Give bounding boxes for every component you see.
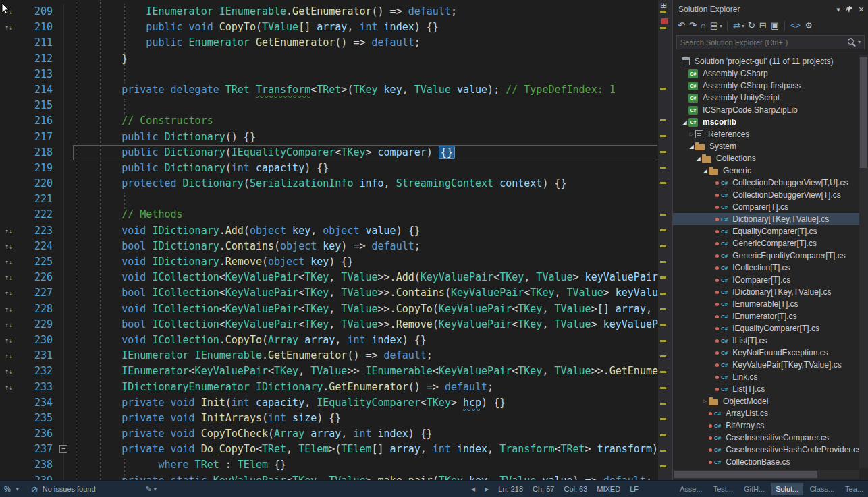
- reference-glyph-margin[interactable]: [0, 395, 20, 411]
- search-box[interactable]: ▾: [676, 35, 865, 49]
- line-number[interactable]: 227: [20, 285, 53, 301]
- expander-icon[interactable]: ◢: [701, 168, 709, 174]
- code-line[interactable]: 234private void Init(int capacity, IEqua…: [0, 395, 658, 411]
- split-window-grip-icon[interactable]: ⊞: [660, 1, 667, 10]
- document-health-error-icon[interactable]: [661, 18, 668, 24]
- outline-margin[interactable]: [53, 51, 73, 67]
- line-number[interactable]: 234: [20, 395, 53, 411]
- back-icon[interactable]: ↶: [678, 19, 685, 32]
- tree-item[interactable]: C#KeyNotFoundException.cs: [673, 347, 859, 359]
- line-number[interactable]: 212: [20, 51, 53, 67]
- line-number[interactable]: 226: [20, 270, 53, 285]
- tree-item[interactable]: C#Assembly-CSharp-firstpass: [673, 80, 859, 92]
- reference-glyph-margin[interactable]: ↑↓: [0, 301, 20, 317]
- tree-item[interactable]: C#IList[T].cs: [673, 334, 859, 347]
- close-icon[interactable]: ×: [859, 4, 864, 15]
- code-line[interactable]: 211public Enumerator GetEnumerator() => …: [0, 35, 658, 51]
- tree-item[interactable]: C#IDictionary[TKey,TValue].cs: [673, 286, 859, 298]
- line-number[interactable]: 214: [20, 82, 53, 98]
- line-number[interactable]: 233: [20, 380, 53, 395]
- tree-horizontal-scrollbar[interactable]: [673, 470, 859, 479]
- tree-item[interactable]: ▷References: [673, 128, 859, 140]
- chevron-down-icon[interactable]: ▾: [720, 23, 722, 29]
- scrollbar-thumb[interactable]: [674, 471, 817, 478]
- reference-glyph-margin[interactable]: ↑↓: [0, 332, 20, 348]
- scrollbar-thumb[interactable]: [860, 57, 867, 168]
- search-input[interactable]: [680, 38, 845, 47]
- code-line[interactable]: ↑↓231IEnumerator IEnumerable.GetEnumerat…: [0, 348, 658, 363]
- tree-item[interactable]: C#Comparer[T].cs: [673, 201, 859, 213]
- outline-margin[interactable]: [53, 98, 73, 113]
- reference-glyph-margin[interactable]: [0, 442, 20, 457]
- reference-glyph-margin[interactable]: [0, 129, 20, 145]
- outline-margin[interactable]: [53, 332, 73, 348]
- line-number[interactable]: 225: [20, 254, 53, 270]
- line-number[interactable]: 237: [20, 442, 53, 457]
- reference-glyph-margin[interactable]: ↑↓: [0, 285, 20, 301]
- outline-margin[interactable]: [53, 207, 73, 223]
- chevron-down-icon[interactable]: ▾: [742, 23, 744, 29]
- outline-margin[interactable]: [53, 426, 73, 442]
- tree-item[interactable]: ◢Generic: [673, 165, 859, 177]
- code-editor[interactable]: ↑↓209IEnumerator IEnumerable.GetEnumerat…: [0, 0, 671, 480]
- code-line[interactable]: ↑↓233IDictionaryEnumerator IDictionary.G…: [0, 380, 658, 395]
- tree-item[interactable]: C#List[T].cs: [673, 383, 859, 395]
- tree-item[interactable]: C#GenericComparer[T].cs: [673, 237, 859, 250]
- properties-icon[interactable]: ⚙: [805, 19, 813, 32]
- line-number[interactable]: 222: [20, 207, 53, 223]
- reference-glyph-margin[interactable]: ↑↓: [0, 223, 20, 239]
- outline-margin[interactable]: [53, 129, 73, 145]
- search-icon[interactable]: [848, 38, 854, 45]
- code-line[interactable]: ↑↓210public void CopyTo(TValue[] array, …: [0, 20, 658, 35]
- reference-glyph-margin[interactable]: ↑↓: [0, 20, 20, 35]
- outline-margin[interactable]: [53, 113, 73, 129]
- code-line[interactable]: 215: [0, 98, 658, 113]
- line-number[interactable]: 230: [20, 332, 53, 348]
- tree-item[interactable]: C#IEqualityComparer[T].cs: [673, 322, 859, 334]
- reference-glyph-margin[interactable]: [0, 98, 20, 113]
- code-line[interactable]: ↑↓228void ICollection<KeyValuePair<TKey,…: [0, 301, 658, 317]
- line-number[interactable]: 216: [20, 113, 53, 129]
- encoding-indicator[interactable]: MIXED: [597, 485, 620, 493]
- chevron-down-icon[interactable]: ▾: [858, 39, 861, 45]
- expander-icon[interactable]: ◢: [688, 144, 695, 150]
- collapse-region-icon[interactable]: −: [59, 445, 67, 453]
- outline-margin[interactable]: [53, 67, 73, 82]
- reference-glyph-margin[interactable]: [0, 411, 20, 426]
- outline-margin[interactable]: [53, 20, 73, 35]
- code-line[interactable]: 220protected Dictionary(SerializationInf…: [0, 176, 658, 192]
- outline-margin[interactable]: [53, 223, 73, 239]
- code-line[interactable]: ↑↓225void IDictionary.Remove(object key)…: [0, 254, 658, 270]
- code-line[interactable]: 212}: [0, 51, 658, 67]
- code-line[interactable]: ↑↓229bool ICollection<KeyValuePair<TKey,…: [0, 317, 658, 332]
- tree-item[interactable]: C#ICollection[T].cs: [673, 262, 859, 274]
- code-line[interactable]: ↑↓223void IDictionary.Add(object key, ob…: [0, 223, 658, 239]
- line-number[interactable]: 238: [20, 457, 53, 473]
- tree-item[interactable]: C#Link.cs: [673, 371, 859, 383]
- tree-item[interactable]: ◢System: [673, 140, 859, 152]
- reference-glyph-margin[interactable]: [0, 82, 20, 98]
- reference-glyph-margin[interactable]: [0, 426, 20, 442]
- line-number[interactable]: 223: [20, 223, 53, 239]
- outline-margin[interactable]: [53, 239, 73, 254]
- tree-item[interactable]: ◢C#mscorlib: [673, 116, 859, 128]
- line-number[interactable]: 211: [20, 35, 53, 51]
- outline-margin[interactable]: [53, 270, 73, 285]
- tree-item[interactable]: ◢Collections: [673, 152, 859, 165]
- tree-item[interactable]: C#ICSharpCode.SharpZipLib: [673, 104, 859, 116]
- reference-glyph-margin[interactable]: ↑↓: [0, 239, 20, 254]
- zoom-level[interactable]: %: [4, 485, 11, 493]
- line-number[interactable]: 232: [20, 363, 53, 379]
- tree-item[interactable]: C#ArrayList.cs: [673, 407, 859, 419]
- tree-item[interactable]: ▷ObjectModel: [673, 395, 859, 407]
- line-number[interactable]: 209: [20, 4, 53, 20]
- reference-glyph-margin[interactable]: [0, 145, 20, 160]
- panel-tab[interactable]: Asse...: [675, 483, 707, 495]
- code-line[interactable]: 214private delegate TRet Transform<TRet>…: [0, 82, 658, 98]
- outline-margin[interactable]: −: [53, 442, 73, 457]
- line-number[interactable]: 217: [20, 129, 53, 145]
- line-number[interactable]: 231: [20, 348, 53, 363]
- line-number[interactable]: 213: [20, 67, 53, 82]
- home-icon[interactable]: ⌂: [701, 19, 706, 32]
- outline-margin[interactable]: [53, 160, 73, 176]
